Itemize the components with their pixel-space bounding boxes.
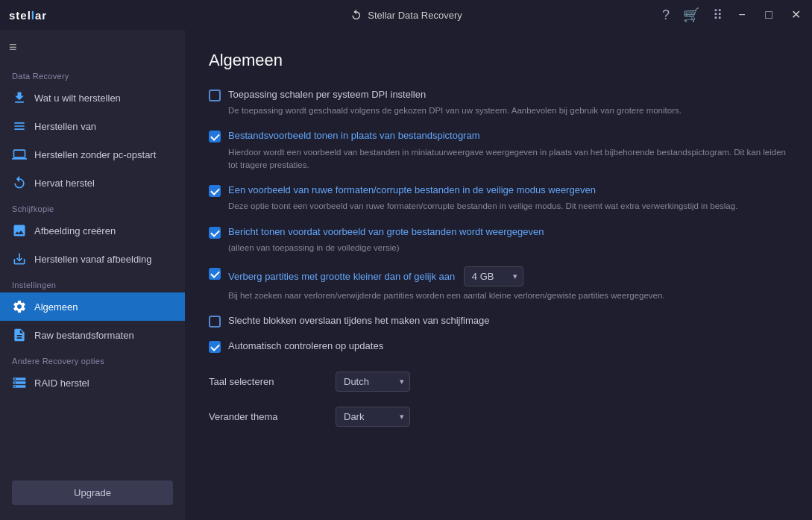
apps-icon[interactable]: ⠿ (713, 7, 723, 23)
raw-checkbox-wrap[interactable] (209, 185, 221, 197)
sidebar-label-raid-herstel: RAID herstel (34, 378, 89, 389)
raw-icon (12, 328, 27, 342)
drive-icon (12, 119, 27, 134)
partition-setting-desc: Bij het zoeken naar verloren/verwijderde… (228, 289, 788, 302)
dpi-checkbox-wrap[interactable] (209, 90, 221, 101)
large-file-checkbox-row: Bericht tonen voordat voorbeeld van grot… (209, 225, 788, 239)
thumbnail-checkbox[interactable] (209, 131, 221, 142)
language-select[interactable]: Dutch English German French Spanish (336, 372, 410, 392)
bad-blocks-checkbox-wrap[interactable] (209, 316, 221, 328)
bad-blocks-checkbox[interactable] (209, 316, 221, 328)
sidebar-label-herstellen-van: Herstellen van (34, 121, 96, 132)
large-file-setting-row: Bericht tonen voordat voorbeeld van grot… (209, 225, 788, 254)
sidebar-label-herstellen-zonder: Herstellen zonder pc-opstart (34, 149, 156, 160)
auto-update-checkbox-wrap[interactable] (209, 341, 221, 353)
sidebar: ≡ Data Recovery Wat u wilt herstellen He… (0, 30, 185, 520)
thumbnail-setting-row: Bestandsvoorbeeld tonen in plaats van be… (209, 129, 788, 172)
pc-icon (12, 147, 27, 162)
titlebar: stellar Stellar Data Recovery ? 🛒 ⠿ − □ … (0, 0, 812, 30)
sidebar-item-hervat-herstel[interactable]: Hervat herstel (0, 169, 185, 197)
auto-update-setting-row: Automatisch controleren op updates (209, 339, 788, 353)
dpi-checkbox-row: Toepassing schalen per systeem DPI inste… (209, 88, 788, 101)
thumbnail-setting-title: Bestandsvoorbeeld tonen in plaats van be… (228, 129, 480, 142)
titlebar-center: Stellar Data Recovery (350, 9, 462, 21)
partition-checkbox-wrap[interactable] (209, 268, 221, 280)
cart-icon[interactable]: 🛒 (683, 7, 699, 23)
sidebar-label-afbeelding-creeren: Afbeelding creëren (34, 225, 116, 236)
close-button[interactable]: ✕ (788, 9, 803, 21)
partition-setting-title: Verberg partities met grootte kleiner da… (228, 266, 523, 286)
sidebar-item-herstellen-van[interactable]: Herstellen van (0, 112, 185, 140)
page-title: Algemeen (209, 51, 788, 70)
upgrade-button[interactable]: Upgrade (12, 480, 173, 505)
large-file-setting-title: Bericht tonen voordat voorbeeld van grot… (228, 225, 544, 239)
app-title: Stellar Data Recovery (368, 10, 462, 21)
sidebar-label-herstellen-vanaf: Herstellen vanaf afbeelding (34, 254, 152, 265)
sidebar-label-wat-u-wilt: Wat u wilt herstellen (34, 93, 121, 104)
thumbnail-checkbox-wrap[interactable] (209, 131, 221, 142)
app-body: ≡ Data Recovery Wat u wilt herstellen He… (0, 30, 812, 520)
sidebar-item-wat-u-wilt[interactable]: Wat u wilt herstellen (0, 84, 185, 112)
hamburger-button[interactable]: ≡ (9, 40, 17, 55)
partition-checkbox-row: Verberg partities met grootte kleiner da… (209, 266, 788, 286)
sidebar-item-herstellen-zonder[interactable]: Herstellen zonder pc-opstart (0, 140, 185, 169)
titlebar-controls: ? 🛒 ⠿ − □ ✕ (662, 7, 803, 23)
theme-label: Verander thema (209, 411, 328, 422)
theme-select[interactable]: Dark Light (336, 407, 410, 427)
sidebar-item-raw-formaten[interactable]: Raw bestandsformaten (0, 321, 185, 349)
dpi-setting-desc: De toepassing wordt geschaald volgens de… (228, 104, 788, 117)
raw-setting-row: Een voorbeeld van ruwe formaten/corrupte… (209, 184, 788, 213)
partition-size-select[interactable]: 1 GB 2 GB 4 GB 8 GB 16 GB (464, 266, 523, 286)
image-restore-icon (12, 251, 27, 266)
large-file-setting-desc: (alleen van toepassing in de volledige v… (228, 242, 788, 254)
help-icon[interactable]: ? (662, 7, 670, 23)
theme-row: Verander thema Dark Light (209, 407, 788, 427)
bad-blocks-checkbox-row: Slechte blokken overslaan tijdens het ma… (209, 314, 788, 328)
partition-setting-row: Verberg partities met grootte kleiner da… (209, 266, 788, 302)
section-schijfkopie: Schijfkopie (0, 197, 185, 216)
dpi-setting-title: Toepassing schalen per systeem DPI inste… (228, 88, 426, 101)
raw-checkbox[interactable] (209, 185, 221, 197)
language-row: Taal selecteren Dutch English German Fre… (209, 372, 788, 392)
thumbnail-checkbox-row: Bestandsvoorbeeld tonen in plaats van be… (209, 129, 788, 142)
resume-icon (12, 175, 27, 190)
large-file-checkbox-wrap[interactable] (209, 227, 221, 239)
main-content: Algemeen Toepassing schalen per systeem … (185, 30, 812, 520)
auto-update-checkbox-row: Automatisch controleren op updates (209, 339, 788, 353)
sidebar-label-raw-formaten: Raw bestandsformaten (34, 330, 134, 341)
sidebar-header: ≡ (0, 30, 185, 64)
language-select-wrap[interactable]: Dutch English German French Spanish (336, 372, 410, 392)
raw-setting-desc: Deze optie toont een voorbeeld van ruwe … (228, 200, 788, 213)
raid-icon (12, 375, 27, 390)
auto-update-setting-title: Automatisch controleren op updates (228, 339, 383, 353)
sidebar-item-herstellen-vanaf[interactable]: Herstellen vanaf afbeelding (0, 245, 185, 273)
section-instellingen: Instellingen (0, 273, 185, 292)
section-andere-recovery: Andere Recovery opties (0, 349, 185, 369)
dpi-setting-row: Toepassing schalen per systeem DPI inste… (209, 88, 788, 117)
raw-checkbox-row: Een voorbeeld van ruwe formaten/corrupte… (209, 184, 788, 197)
recover-icon (12, 90, 27, 105)
image-create-icon (12, 223, 27, 238)
titlebar-left: stellar (9, 9, 47, 22)
app-logo: stellar (9, 9, 47, 22)
language-label: Taal selecteren (209, 376, 328, 387)
sidebar-item-algemeen[interactable]: Algemeen (0, 292, 185, 321)
sidebar-label-hervat-herstel: Hervat herstel (34, 178, 95, 189)
sidebar-label-algemeen: Algemeen (34, 301, 78, 313)
bad-blocks-setting-row: Slechte blokken overslaan tijdens het ma… (209, 314, 788, 328)
section-data-recovery: Data Recovery (0, 64, 185, 84)
partition-size-select-wrap[interactable]: 1 GB 2 GB 4 GB 8 GB 16 GB (464, 266, 523, 286)
sidebar-item-raid-herstel[interactable]: RAID herstel (0, 369, 185, 397)
partition-checkbox[interactable] (209, 268, 221, 280)
theme-select-wrap[interactable]: Dark Light (336, 407, 410, 427)
sidebar-item-afbeelding-creeren[interactable]: Afbeelding creëren (0, 216, 185, 245)
minimize-button[interactable]: − (734, 9, 749, 21)
large-file-checkbox[interactable] (209, 227, 221, 239)
dpi-checkbox[interactable] (209, 90, 221, 101)
maximize-button[interactable]: □ (761, 9, 776, 21)
raw-setting-title: Een voorbeeld van ruwe formaten/corrupte… (228, 184, 596, 197)
auto-update-checkbox[interactable] (209, 341, 221, 353)
recovery-icon (350, 9, 362, 21)
topbar-icons: ? 🛒 ⠿ (662, 7, 723, 23)
bad-blocks-setting-title: Slechte blokken overslaan tijdens het ma… (228, 314, 489, 328)
